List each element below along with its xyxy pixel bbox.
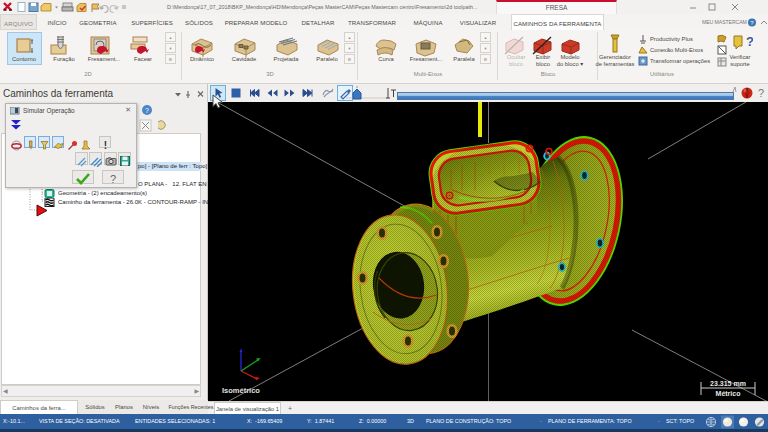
svg-text:?: ? xyxy=(145,107,149,114)
svg-text:!: ! xyxy=(103,140,106,151)
svg-text:23.315 mm: 23.315 mm xyxy=(710,380,746,387)
svg-text:Métrico: Métrico xyxy=(716,390,741,397)
svg-text:?: ? xyxy=(110,173,116,185)
svg-text:Isométrico: Isométrico xyxy=(222,386,260,395)
svg-text:?: ? xyxy=(758,87,764,99)
svg-text:?: ? xyxy=(746,34,753,49)
